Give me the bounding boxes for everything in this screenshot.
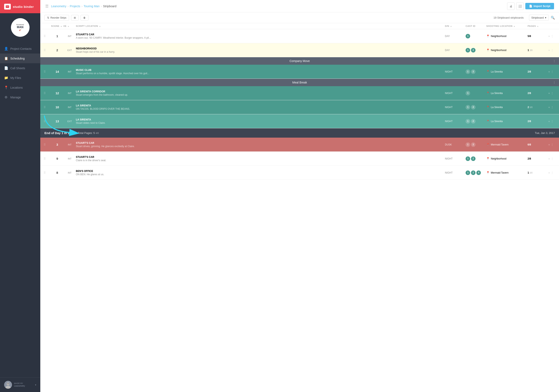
sidebar-item-project-contacts[interactable]: 👤 Project Contacts xyxy=(0,44,40,54)
add-row-button[interactable]: + xyxy=(548,120,550,123)
cast-id-badge: 1 xyxy=(466,119,470,124)
cast-id-badge: 4 xyxy=(476,170,481,175)
breadcrumb-project[interactable]: Touring Man xyxy=(84,5,100,8)
print-button[interactable]: 🖨 xyxy=(507,2,515,10)
ie-badge: INT xyxy=(64,35,76,37)
shooting-location: 📍 La Sirenita xyxy=(486,92,528,95)
drag-handle[interactable]: ⠿ xyxy=(44,171,51,174)
more-options-button[interactable]: ⋮ xyxy=(551,157,554,160)
day-night: NIGHT xyxy=(445,70,466,73)
chevron-down-icon[interactable]: ▾ xyxy=(35,384,36,386)
sidebar-item-call-sheets[interactable]: 📄 Call Sheets xyxy=(0,63,40,73)
shooting-location: 📍 La Sirenita xyxy=(486,70,528,73)
cast-ids: 1 2 xyxy=(466,105,486,110)
divider-more-options[interactable]: ⋮ xyxy=(553,59,556,63)
end-of-day-row: End of Day 1 of 2 Total Pages: 5 4/8 Tue… xyxy=(40,128,559,138)
chevron-down-icon: ▾ xyxy=(545,16,546,19)
location-name: La Sirenita xyxy=(491,120,503,123)
ie-badge: EXT xyxy=(64,120,76,122)
add-row-button[interactable]: + xyxy=(548,92,550,95)
divider-label: Company Move xyxy=(289,59,310,63)
th-ie[interactable]: I/E ▲ xyxy=(64,25,76,27)
more-options-button[interactable]: ⋮ xyxy=(551,48,554,52)
more-options-button[interactable]: ⋮ xyxy=(551,70,554,73)
scene-description: Stuart slides next to Claire. xyxy=(76,121,445,124)
add-row-button[interactable]: + xyxy=(548,35,550,38)
more-options-button[interactable]: ⋮ xyxy=(551,106,554,109)
cast-id-badge: 1 xyxy=(466,34,470,38)
more-options-button[interactable]: ⋮ xyxy=(551,35,554,38)
location-name: Neighborhood xyxy=(491,157,506,160)
drag-handle[interactable]: ⠿ xyxy=(44,35,51,38)
th-scene[interactable]: SCENE ▲ xyxy=(51,25,64,27)
add-row-button[interactable]: + xyxy=(548,70,550,73)
location-pin-icon: 📍 xyxy=(486,171,490,174)
import-script-button[interactable]: 📄 Import Script xyxy=(525,3,554,9)
add-row-button[interactable]: + xyxy=(548,157,550,160)
add-row-button[interactable]: + xyxy=(548,48,550,52)
header-actions: 🖨 ⬜ 📄 Import Script xyxy=(507,2,554,10)
drag-handle[interactable]: ⠿ xyxy=(44,157,51,160)
row-actions: + ⋮ xyxy=(548,106,556,109)
add-row-button[interactable]: + xyxy=(548,106,550,109)
th-pages[interactable]: PAGES ▲ xyxy=(528,25,548,27)
scene-description: ON TACOS. BLOOD DRIPS OVER THE BEANS. xyxy=(76,107,445,110)
view-select[interactable]: Stripboard ▾ xyxy=(529,15,549,21)
cast-ids: 1 2 xyxy=(466,119,486,124)
divider-more-options[interactable]: ⋮ xyxy=(553,81,556,84)
reorder-strips-button[interactable]: ⇅ Reorder Strips xyxy=(44,15,69,21)
drag-handle[interactable]: ⠿ xyxy=(44,48,51,52)
drag-handle[interactable]: ⠿ xyxy=(44,143,51,146)
drag-handle[interactable]: ⠿ xyxy=(44,70,51,73)
drag-handle[interactable]: ⠿ xyxy=(44,120,51,123)
more-options-button[interactable]: ⋮ xyxy=(551,143,554,146)
cast-ids: 1 2 4 xyxy=(466,170,486,175)
add-row-button[interactable]: + xyxy=(548,143,550,146)
location-pin-icon: 📍 xyxy=(486,48,490,52)
scheduling-icon: 📋 xyxy=(4,56,8,60)
sidebar-item-label: Locations xyxy=(10,86,23,89)
table-row: ⠿ 9 INT STUART'S CAR Claire is in the dr… xyxy=(40,152,559,166)
more-options-button[interactable]: ⋮ xyxy=(551,120,554,123)
sidebar-nav: 👤 Project Contacts 📋 Scheduling 📄 Call S… xyxy=(0,42,40,377)
add-row-button[interactable]: + xyxy=(548,171,550,174)
sidebar-item-scheduling[interactable]: 📋 Scheduling xyxy=(0,54,40,63)
breadcrumb-projects[interactable]: Projects xyxy=(70,5,80,8)
more-options-button[interactable]: ⋮ xyxy=(551,92,554,95)
th-script-location[interactable]: SCRIPT LOCATION ▲ xyxy=(76,25,445,27)
breadcrumb-sep-1: › xyxy=(68,5,69,8)
ie-badge: EXT xyxy=(64,49,76,51)
location-name: La Sirenita xyxy=(491,106,503,109)
breadcrumb-root[interactable]: Leanometry xyxy=(51,5,66,8)
sidebar-footer: MADE BY Leanometry ▾ xyxy=(0,377,40,392)
location-name: La Sirenita xyxy=(491,70,503,73)
table-row: ⠿ 12 INT LA SIRENITA CORRIDOR Stuart eme… xyxy=(40,86,559,100)
scene-description: A worn-out, '93 CAMRY. Weathered interio… xyxy=(76,36,445,39)
sidebar-item-my-files[interactable]: 📁 My Files xyxy=(0,73,40,83)
total-pages: Total Pages: 5 4/8 xyxy=(78,131,99,135)
sidebar-item-manage[interactable]: ⚙ Manage xyxy=(0,92,40,102)
th-shooting-location[interactable]: SHOOTING LOCATION ▲ xyxy=(486,25,528,27)
delete-strip-button[interactable]: 🗑 xyxy=(81,15,88,21)
search-icon[interactable]: 🔍 xyxy=(551,16,555,20)
drag-handle[interactable]: ⠿ xyxy=(44,106,51,109)
scene-number: 2 xyxy=(51,48,64,52)
more-options-button[interactable]: ⋮ xyxy=(551,171,554,174)
drag-handle[interactable]: ⠿ xyxy=(44,92,51,95)
toolbar: ⇅ Reorder Strips ⊞ 🗑 19 Stripboard strip… xyxy=(40,12,559,23)
th-dn[interactable]: D/N ▲ xyxy=(445,25,466,27)
add-strip-button[interactable]: ⊞ xyxy=(71,15,79,21)
location-name: Mermaid Tavern xyxy=(491,143,509,146)
sidebar-item-label: Manage xyxy=(10,96,21,99)
hamburger-icon[interactable]: ☰ xyxy=(45,4,48,9)
sidebar-item-locations[interactable]: 📍 Locations xyxy=(0,83,40,92)
scene-number: 8 xyxy=(51,171,64,174)
cast-id-badge: 2 xyxy=(471,142,475,147)
breadcrumb-sep-2: › xyxy=(81,5,83,8)
breadcrumb-current: Stripboard xyxy=(103,5,117,8)
cast-id-badge: 2 xyxy=(471,69,475,74)
cast-id-badge: 1 xyxy=(466,170,470,175)
svg-rect-0 xyxy=(6,5,9,8)
shooting-location: 📍 Neighborhood xyxy=(486,48,528,52)
view-toggle-button[interactable]: ⬜ xyxy=(516,2,524,10)
